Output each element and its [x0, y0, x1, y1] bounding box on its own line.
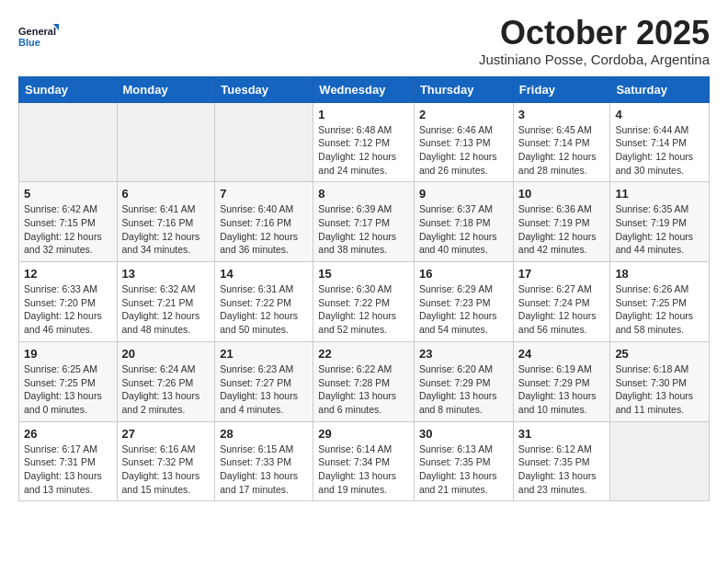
- col-header-thursday: Thursday: [414, 76, 513, 102]
- day-number: 9: [419, 187, 508, 201]
- day-number: 2: [419, 108, 508, 121]
- calendar-day-6: 6Sunrise: 6:41 AM Sunset: 7:16 PM Daylig…: [117, 182, 215, 262]
- day-info: Sunrise: 6:36 AM Sunset: 7:19 PM Dayligh…: [518, 202, 606, 257]
- calendar-day-3: 3Sunrise: 6:45 AM Sunset: 7:14 PM Daylig…: [513, 102, 610, 182]
- day-info: Sunrise: 6:42 AM Sunset: 7:15 PM Dayligh…: [24, 202, 112, 257]
- day-number: 10: [518, 187, 606, 201]
- calendar-day-28: 28Sunrise: 6:15 AM Sunset: 7:33 PM Dayli…: [215, 421, 313, 501]
- calendar-header-row: SundayMondayTuesdayWednesdayThursdayFrid…: [19, 76, 710, 102]
- day-number: 1: [318, 108, 409, 121]
- calendar-day-24: 24Sunrise: 6:19 AM Sunset: 7:29 PM Dayli…: [513, 341, 610, 421]
- day-number: 25: [615, 347, 704, 361]
- day-number: 7: [220, 187, 308, 201]
- day-number: 6: [122, 187, 210, 201]
- col-header-sunday: Sunday: [19, 76, 118, 102]
- day-info: Sunrise: 6:39 AM Sunset: 7:17 PM Dayligh…: [318, 202, 409, 257]
- calendar-day-12: 12Sunrise: 6:33 AM Sunset: 7:20 PM Dayli…: [19, 262, 118, 342]
- calendar-day-13: 13Sunrise: 6:32 AM Sunset: 7:21 PM Dayli…: [117, 262, 215, 342]
- calendar-day-1: 1Sunrise: 6:48 AM Sunset: 7:12 PM Daylig…: [313, 102, 415, 182]
- day-info: Sunrise: 6:41 AM Sunset: 7:16 PM Dayligh…: [122, 202, 210, 257]
- day-info: Sunrise: 6:37 AM Sunset: 7:18 PM Dayligh…: [419, 202, 508, 257]
- day-info: Sunrise: 6:46 AM Sunset: 7:13 PM Dayligh…: [419, 123, 508, 178]
- day-info: Sunrise: 6:25 AM Sunset: 7:25 PM Dayligh…: [24, 362, 112, 417]
- calendar-day-9: 9Sunrise: 6:37 AM Sunset: 7:18 PM Daylig…: [414, 182, 513, 262]
- day-number: 20: [122, 347, 210, 361]
- calendar-day-16: 16Sunrise: 6:29 AM Sunset: 7:23 PM Dayli…: [414, 262, 513, 342]
- day-number: 29: [318, 427, 409, 441]
- day-number: 17: [518, 267, 606, 281]
- day-info: Sunrise: 6:48 AM Sunset: 7:12 PM Dayligh…: [318, 123, 409, 178]
- day-info: Sunrise: 6:32 AM Sunset: 7:21 PM Dayligh…: [122, 282, 210, 337]
- day-info: Sunrise: 6:18 AM Sunset: 7:30 PM Dayligh…: [615, 362, 704, 417]
- calendar-table: SundayMondayTuesdayWednesdayThursdayFrid…: [18, 76, 710, 502]
- svg-text:General: General: [18, 26, 56, 37]
- title-block: October 2025 Justiniano Posse, Cordoba, …: [479, 15, 710, 67]
- day-number: 22: [318, 347, 409, 361]
- calendar-day-8: 8Sunrise: 6:39 AM Sunset: 7:17 PM Daylig…: [313, 182, 415, 262]
- calendar-week-row: 5Sunrise: 6:42 AM Sunset: 7:15 PM Daylig…: [19, 182, 710, 262]
- calendar-day-17: 17Sunrise: 6:27 AM Sunset: 7:24 PM Dayli…: [513, 262, 610, 342]
- calendar-empty-cell: [117, 102, 215, 182]
- day-number: 19: [24, 347, 112, 361]
- calendar-day-14: 14Sunrise: 6:31 AM Sunset: 7:22 PM Dayli…: [215, 262, 313, 342]
- calendar-day-27: 27Sunrise: 6:16 AM Sunset: 7:32 PM Dayli…: [117, 421, 215, 501]
- day-number: 11: [615, 187, 704, 201]
- day-number: 24: [518, 347, 606, 361]
- svg-text:Blue: Blue: [18, 37, 40, 48]
- day-info: Sunrise: 6:13 AM Sunset: 7:35 PM Dayligh…: [419, 442, 508, 497]
- day-number: 13: [122, 267, 210, 281]
- calendar-day-20: 20Sunrise: 6:24 AM Sunset: 7:26 PM Dayli…: [117, 341, 215, 421]
- day-info: Sunrise: 6:26 AM Sunset: 7:25 PM Dayligh…: [615, 282, 704, 337]
- page: General Blue October 2025 Justiniano Pos…: [0, 0, 728, 563]
- day-info: Sunrise: 6:40 AM Sunset: 7:16 PM Dayligh…: [220, 202, 308, 257]
- calendar-day-5: 5Sunrise: 6:42 AM Sunset: 7:15 PM Daylig…: [19, 182, 118, 262]
- calendar-day-26: 26Sunrise: 6:17 AM Sunset: 7:31 PM Dayli…: [19, 421, 118, 501]
- col-header-tuesday: Tuesday: [215, 76, 313, 102]
- calendar-day-30: 30Sunrise: 6:13 AM Sunset: 7:35 PM Dayli…: [414, 421, 513, 501]
- col-header-wednesday: Wednesday: [313, 76, 415, 102]
- day-number: 31: [518, 427, 606, 441]
- day-info: Sunrise: 6:27 AM Sunset: 7:24 PM Dayligh…: [518, 282, 606, 337]
- calendar-week-row: 26Sunrise: 6:17 AM Sunset: 7:31 PM Dayli…: [19, 421, 710, 501]
- calendar-day-22: 22Sunrise: 6:22 AM Sunset: 7:28 PM Dayli…: [313, 341, 415, 421]
- day-info: Sunrise: 6:29 AM Sunset: 7:23 PM Dayligh…: [419, 282, 508, 337]
- calendar-day-11: 11Sunrise: 6:35 AM Sunset: 7:19 PM Dayli…: [610, 182, 710, 262]
- logo: General Blue: [18, 15, 59, 52]
- day-info: Sunrise: 6:17 AM Sunset: 7:31 PM Dayligh…: [24, 442, 112, 497]
- calendar-day-4: 4Sunrise: 6:44 AM Sunset: 7:14 PM Daylig…: [610, 102, 710, 182]
- calendar-day-23: 23Sunrise: 6:20 AM Sunset: 7:29 PM Dayli…: [414, 341, 513, 421]
- day-number: 3: [518, 108, 606, 121]
- calendar-week-row: 1Sunrise: 6:48 AM Sunset: 7:12 PM Daylig…: [19, 102, 710, 182]
- day-info: Sunrise: 6:33 AM Sunset: 7:20 PM Dayligh…: [24, 282, 112, 337]
- calendar-day-2: 2Sunrise: 6:46 AM Sunset: 7:13 PM Daylig…: [414, 102, 513, 182]
- calendar-day-15: 15Sunrise: 6:30 AM Sunset: 7:22 PM Dayli…: [313, 262, 415, 342]
- day-number: 26: [24, 427, 112, 441]
- day-number: 18: [615, 267, 704, 281]
- calendar-week-row: 12Sunrise: 6:33 AM Sunset: 7:20 PM Dayli…: [19, 262, 710, 342]
- col-header-friday: Friday: [513, 76, 610, 102]
- day-number: 23: [419, 347, 508, 361]
- day-info: Sunrise: 6:44 AM Sunset: 7:14 PM Dayligh…: [615, 123, 704, 178]
- day-number: 21: [220, 347, 308, 361]
- day-number: 15: [318, 267, 409, 281]
- calendar-empty-cell: [19, 102, 118, 182]
- calendar-day-10: 10Sunrise: 6:36 AM Sunset: 7:19 PM Dayli…: [513, 182, 610, 262]
- calendar-empty-cell: [215, 102, 313, 182]
- day-info: Sunrise: 6:24 AM Sunset: 7:26 PM Dayligh…: [122, 362, 210, 417]
- calendar-day-7: 7Sunrise: 6:40 AM Sunset: 7:16 PM Daylig…: [215, 182, 313, 262]
- calendar-day-19: 19Sunrise: 6:25 AM Sunset: 7:25 PM Dayli…: [19, 341, 118, 421]
- day-number: 12: [24, 267, 112, 281]
- day-info: Sunrise: 6:31 AM Sunset: 7:22 PM Dayligh…: [220, 282, 308, 337]
- calendar-day-29: 29Sunrise: 6:14 AM Sunset: 7:34 PM Dayli…: [313, 421, 415, 501]
- calendar-week-row: 19Sunrise: 6:25 AM Sunset: 7:25 PM Dayli…: [19, 341, 710, 421]
- day-info: Sunrise: 6:16 AM Sunset: 7:32 PM Dayligh…: [122, 442, 210, 497]
- day-info: Sunrise: 6:12 AM Sunset: 7:35 PM Dayligh…: [518, 442, 606, 497]
- col-header-saturday: Saturday: [610, 76, 710, 102]
- month-title: October 2025: [479, 15, 710, 52]
- day-number: 30: [419, 427, 508, 441]
- location: Justiniano Posse, Cordoba, Argentina: [479, 52, 710, 67]
- calendar-empty-cell: [610, 421, 710, 501]
- day-info: Sunrise: 6:19 AM Sunset: 7:29 PM Dayligh…: [518, 362, 606, 417]
- day-info: Sunrise: 6:45 AM Sunset: 7:14 PM Dayligh…: [518, 123, 606, 178]
- calendar-day-31: 31Sunrise: 6:12 AM Sunset: 7:35 PM Dayli…: [513, 421, 610, 501]
